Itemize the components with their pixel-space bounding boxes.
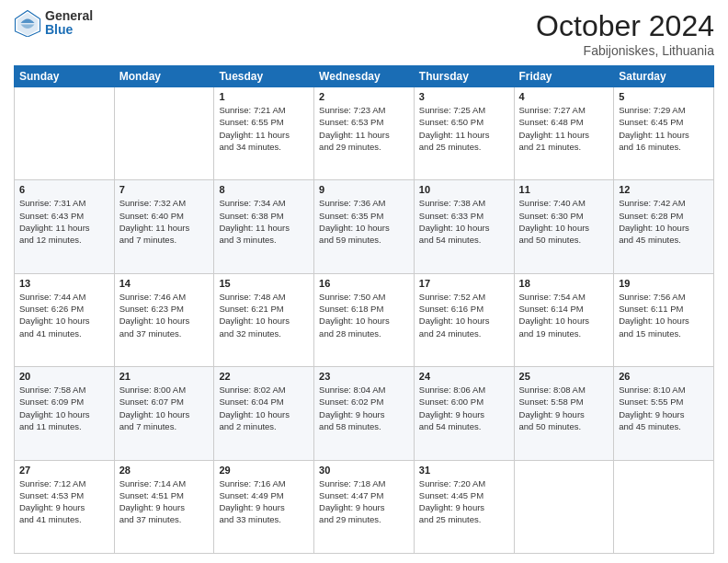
calendar-cell-w0-d6: 5Sunrise: 7:29 AM Sunset: 6:45 PM Daylig… bbox=[614, 87, 714, 180]
title-block: October 2024 Fabijoniskes, Lithuania bbox=[536, 9, 714, 58]
day-info-26: Sunrise: 8:10 AM Sunset: 5:55 PM Dayligh… bbox=[619, 384, 709, 432]
calendar-cell-w4-d2: 29Sunrise: 7:16 AM Sunset: 4:49 PM Dayli… bbox=[214, 460, 314, 553]
calendar-cell-w3-d6: 26Sunrise: 8:10 AM Sunset: 5:55 PM Dayli… bbox=[614, 367, 714, 460]
day-info-2: Sunrise: 7:23 AM Sunset: 6:53 PM Dayligh… bbox=[319, 104, 409, 153]
day-info-27: Sunrise: 7:12 AM Sunset: 4:53 PM Dayligh… bbox=[19, 477, 109, 526]
header-friday: Friday bbox=[514, 66, 614, 87]
calendar-cell-w0-d3: 2Sunrise: 7:23 AM Sunset: 6:53 PM Daylig… bbox=[314, 87, 415, 180]
calendar-cell-w0-d4: 3Sunrise: 7:25 AM Sunset: 6:50 PM Daylig… bbox=[414, 87, 514, 180]
day-number-2: 2 bbox=[319, 91, 409, 102]
day-info-13: Sunrise: 7:44 AM Sunset: 6:26 PM Dayligh… bbox=[19, 291, 109, 339]
day-number-16: 16 bbox=[319, 278, 409, 289]
calendar-cell-w4-d6 bbox=[614, 460, 714, 553]
day-number-15: 15 bbox=[219, 278, 309, 289]
calendar-cell-w2-d5: 18Sunrise: 7:54 AM Sunset: 6:14 PM Dayli… bbox=[514, 273, 614, 366]
day-info-25: Sunrise: 8:08 AM Sunset: 5:58 PM Dayligh… bbox=[519, 384, 609, 432]
day-number-7: 7 bbox=[119, 184, 210, 195]
day-info-29: Sunrise: 7:16 AM Sunset: 4:49 PM Dayligh… bbox=[219, 477, 309, 526]
day-info-23: Sunrise: 8:04 AM Sunset: 6:02 PM Dayligh… bbox=[319, 384, 409, 432]
day-number-4: 4 bbox=[519, 91, 609, 102]
calendar-cell-w0-d2: 1Sunrise: 7:21 AM Sunset: 6:55 PM Daylig… bbox=[214, 87, 314, 180]
day-info-7: Sunrise: 7:32 AM Sunset: 6:40 PM Dayligh… bbox=[119, 197, 210, 246]
calendar-cell-w2-d3: 16Sunrise: 7:50 AM Sunset: 6:18 PM Dayli… bbox=[314, 273, 415, 366]
calendar-cell-w1-d4: 10Sunrise: 7:38 AM Sunset: 6:33 PM Dayli… bbox=[414, 180, 514, 273]
day-number-23: 23 bbox=[319, 371, 409, 382]
day-info-1: Sunrise: 7:21 AM Sunset: 6:55 PM Dayligh… bbox=[219, 104, 309, 153]
day-info-3: Sunrise: 7:25 AM Sunset: 6:50 PM Dayligh… bbox=[419, 104, 509, 153]
calendar-cell-w3-d4: 24Sunrise: 8:06 AM Sunset: 6:00 PM Dayli… bbox=[414, 367, 514, 460]
day-number-10: 10 bbox=[419, 184, 509, 195]
calendar-cell-w3-d1: 21Sunrise: 8:00 AM Sunset: 6:07 PM Dayli… bbox=[114, 367, 214, 460]
week-row-4: 27Sunrise: 7:12 AM Sunset: 4:53 PM Dayli… bbox=[15, 460, 714, 553]
week-row-0: 1Sunrise: 7:21 AM Sunset: 6:55 PM Daylig… bbox=[15, 87, 714, 180]
calendar-cell-w4-d5 bbox=[514, 460, 614, 553]
day-number-26: 26 bbox=[619, 371, 709, 382]
calendar-cell-w2-d2: 15Sunrise: 7:48 AM Sunset: 6:21 PM Dayli… bbox=[214, 273, 314, 366]
calendar-cell-w1-d6: 12Sunrise: 7:42 AM Sunset: 6:28 PM Dayli… bbox=[614, 180, 714, 273]
day-number-11: 11 bbox=[519, 184, 609, 195]
day-info-20: Sunrise: 7:58 AM Sunset: 6:09 PM Dayligh… bbox=[19, 384, 109, 432]
calendar-cell-w3-d5: 25Sunrise: 8:08 AM Sunset: 5:58 PM Dayli… bbox=[514, 367, 614, 460]
day-info-19: Sunrise: 7:56 AM Sunset: 6:11 PM Dayligh… bbox=[619, 291, 709, 339]
calendar-cell-w2-d4: 17Sunrise: 7:52 AM Sunset: 6:16 PM Dayli… bbox=[414, 273, 514, 366]
header-saturday: Saturday bbox=[614, 66, 714, 87]
day-number-9: 9 bbox=[319, 184, 409, 195]
day-info-22: Sunrise: 8:02 AM Sunset: 6:04 PM Dayligh… bbox=[219, 384, 309, 432]
day-info-21: Sunrise: 8:00 AM Sunset: 6:07 PM Dayligh… bbox=[119, 384, 210, 432]
day-info-4: Sunrise: 7:27 AM Sunset: 6:48 PM Dayligh… bbox=[519, 104, 609, 153]
day-info-16: Sunrise: 7:50 AM Sunset: 6:18 PM Dayligh… bbox=[319, 291, 409, 339]
day-number-20: 20 bbox=[19, 371, 109, 382]
day-number-17: 17 bbox=[419, 278, 509, 289]
calendar-cell-w1-d0: 6Sunrise: 7:31 AM Sunset: 6:43 PM Daylig… bbox=[15, 180, 115, 273]
calendar-cell-w2-d0: 13Sunrise: 7:44 AM Sunset: 6:26 PM Dayli… bbox=[15, 273, 115, 366]
header-thursday: Thursday bbox=[414, 66, 514, 87]
day-info-5: Sunrise: 7:29 AM Sunset: 6:45 PM Dayligh… bbox=[619, 104, 709, 153]
calendar-cell-w3-d2: 22Sunrise: 8:02 AM Sunset: 6:04 PM Dayli… bbox=[214, 367, 314, 460]
calendar-header-row: Sunday Monday Tuesday Wednesday Thursday… bbox=[15, 66, 714, 87]
header-wednesday: Wednesday bbox=[314, 66, 415, 87]
day-info-10: Sunrise: 7:38 AM Sunset: 6:33 PM Dayligh… bbox=[419, 197, 509, 246]
calendar-cell-w1-d2: 8Sunrise: 7:34 AM Sunset: 6:38 PM Daylig… bbox=[214, 180, 314, 273]
day-number-6: 6 bbox=[19, 184, 109, 195]
week-row-2: 13Sunrise: 7:44 AM Sunset: 6:26 PM Dayli… bbox=[15, 273, 714, 366]
day-info-28: Sunrise: 7:14 AM Sunset: 4:51 PM Dayligh… bbox=[119, 477, 210, 526]
header-sunday: Sunday bbox=[15, 66, 115, 87]
location: Fabijoniskes, Lithuania bbox=[536, 43, 714, 58]
month-title: October 2024 bbox=[536, 9, 714, 43]
calendar-cell-w4-d4: 31Sunrise: 7:20 AM Sunset: 4:45 PM Dayli… bbox=[414, 460, 514, 553]
day-info-17: Sunrise: 7:52 AM Sunset: 6:16 PM Dayligh… bbox=[419, 291, 509, 339]
day-number-5: 5 bbox=[619, 91, 709, 102]
day-number-30: 30 bbox=[319, 465, 409, 476]
day-info-11: Sunrise: 7:40 AM Sunset: 6:30 PM Dayligh… bbox=[519, 197, 609, 246]
day-number-27: 27 bbox=[19, 465, 109, 476]
header-tuesday: Tuesday bbox=[214, 66, 314, 87]
day-info-31: Sunrise: 7:20 AM Sunset: 4:45 PM Dayligh… bbox=[419, 477, 509, 526]
day-number-14: 14 bbox=[119, 278, 210, 289]
week-row-1: 6Sunrise: 7:31 AM Sunset: 6:43 PM Daylig… bbox=[15, 180, 714, 273]
calendar-cell-w4-d1: 28Sunrise: 7:14 AM Sunset: 4:51 PM Dayli… bbox=[114, 460, 214, 553]
day-number-21: 21 bbox=[119, 371, 210, 382]
logo-blue: Blue bbox=[45, 23, 93, 37]
day-info-6: Sunrise: 7:31 AM Sunset: 6:43 PM Dayligh… bbox=[19, 197, 109, 246]
logo-text: General Blue bbox=[45, 9, 93, 38]
calendar-cell-w0-d5: 4Sunrise: 7:27 AM Sunset: 6:48 PM Daylig… bbox=[514, 87, 614, 180]
day-info-30: Sunrise: 7:18 AM Sunset: 4:47 PM Dayligh… bbox=[319, 477, 409, 526]
calendar-cell-w4-d0: 27Sunrise: 7:12 AM Sunset: 4:53 PM Dayli… bbox=[15, 460, 115, 553]
calendar-cell-w3-d3: 23Sunrise: 8:04 AM Sunset: 6:02 PM Dayli… bbox=[314, 367, 415, 460]
logo: General Blue bbox=[14, 9, 93, 38]
page: General Blue October 2024 Fabijoniskes, … bbox=[0, 0, 728, 563]
day-number-31: 31 bbox=[419, 465, 509, 476]
calendar-cell-w4-d3: 30Sunrise: 7:18 AM Sunset: 4:47 PM Dayli… bbox=[314, 460, 415, 553]
day-info-9: Sunrise: 7:36 AM Sunset: 6:35 PM Dayligh… bbox=[319, 197, 409, 246]
day-number-19: 19 bbox=[619, 278, 709, 289]
day-number-1: 1 bbox=[219, 91, 309, 102]
day-info-14: Sunrise: 7:46 AM Sunset: 6:23 PM Dayligh… bbox=[119, 291, 210, 339]
header: General Blue October 2024 Fabijoniskes, … bbox=[14, 9, 714, 58]
svg-marker-0 bbox=[17, 13, 39, 36]
calendar-cell-w0-d1 bbox=[114, 87, 214, 180]
day-number-24: 24 bbox=[419, 371, 509, 382]
logo-general: General bbox=[45, 9, 93, 23]
day-number-12: 12 bbox=[619, 184, 709, 195]
day-number-22: 22 bbox=[219, 371, 309, 382]
calendar-cell-w2-d1: 14Sunrise: 7:46 AM Sunset: 6:23 PM Dayli… bbox=[114, 273, 214, 366]
